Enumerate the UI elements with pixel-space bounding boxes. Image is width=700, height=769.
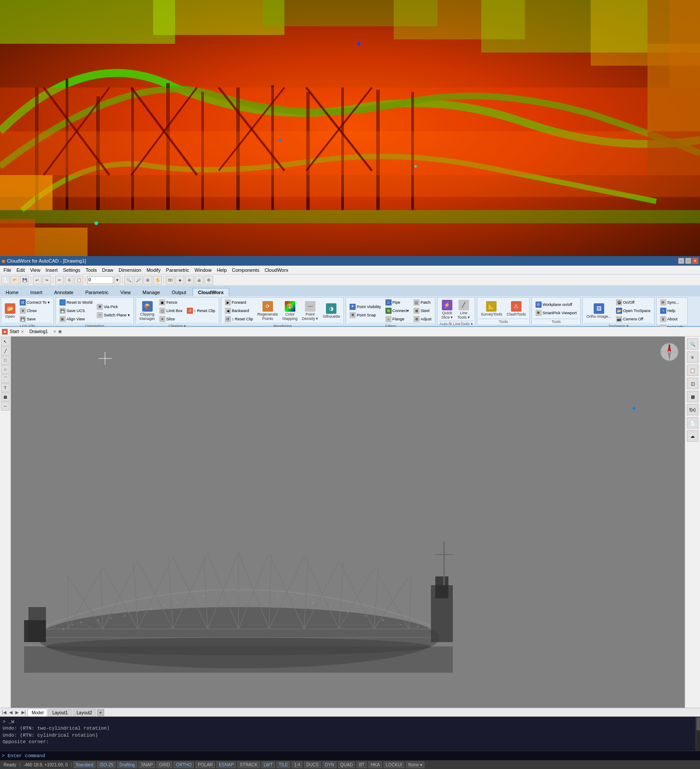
btn-open-truspace[interactable]: 📂 Open TruSpace [614,307,652,315]
btn-workplane[interactable]: ⊟ Workplane on/off [534,301,578,309]
tab-nav-next[interactable]: ▶ [14,709,20,715]
btn-backward[interactable]: ◀ Backward [223,307,255,315]
btn-sync[interactable]: ⟳ Sync... [658,298,686,306]
status-strack[interactable]: STRACK [238,762,260,768]
status-none[interactable]: None ▾ [406,762,424,768]
ribbon-tab-cloudworx[interactable]: CloudWorx [192,288,229,296]
btn-save-ucs[interactable]: 💾 Save UCS [58,307,94,315]
tab-layout2[interactable]: Layout2 [73,709,96,716]
btn-color-map[interactable]: 🎨 ColorMapping [280,300,299,322]
right-btn-2[interactable]: ≡ [687,351,698,363]
menu-edit[interactable]: Edit [14,267,28,274]
tb-layer[interactable]: ▼ [114,276,120,284]
btn-reset-clip[interactable]: ↺ ↕ Reset Clip [185,307,217,315]
drawing-close[interactable]: ✕ [53,329,56,334]
standard-btn[interactable]: ■ [2,329,8,335]
btn-smartpick[interactable]: ⊕ SmartPick Viewport [534,309,578,317]
tb-print[interactable]: 🖨 [195,276,203,284]
restore-button[interactable]: □ [685,258,691,264]
status-lwt[interactable]: LWT [262,762,275,768]
layer-input[interactable] [87,276,113,284]
tab-nav-last[interactable]: ▶| [21,709,27,715]
ribbon-tab-annotate[interactable]: Annotate [49,288,79,296]
drawing-add[interactable]: ⊕ [58,329,62,334]
cmd-scrollbar[interactable] [696,717,700,751]
drawing-viewport[interactable]: N ✦ [11,337,685,708]
btn-pt-snap[interactable]: ⊕ Point Snap [348,311,382,319]
status-iso[interactable]: ISO-25 [97,762,116,768]
tb-save[interactable]: 💾 [20,276,29,284]
btn-open-lgs[interactable]: 📂 Open [3,302,17,320]
status-ortho[interactable]: ORTHO [174,762,194,768]
status-polar[interactable]: POLAR [196,762,215,768]
status-ducs[interactable]: DUCS [304,762,321,768]
btn-ortho-image[interactable]: 🖼 Ortho Image... [584,302,613,320]
tool-arc[interactable]: ⌒ [1,374,10,383]
menu-draw[interactable]: Draw [99,267,116,274]
menu-window[interactable]: Window [192,267,214,274]
tool-text[interactable]: T [1,383,10,392]
menu-parametric[interactable]: Parametric [163,267,192,274]
btn-clash-tools[interactable]: ⚠ ClashTools [505,300,528,318]
btn-via-pick[interactable]: ⊕ Via Pick [95,303,132,311]
status-lockui[interactable]: LOCKUI [384,762,404,768]
btn-clipping-mgr[interactable]: 📦 ClippingManager [138,300,157,322]
btn-steel[interactable]: ⊞ Steel [412,307,433,315]
btn-quick-slice[interactable]: ⚡ QuickSlice ▾ [439,298,455,321]
btn-switch-plane[interactable]: ↔ Switch Plane ▾ [95,311,132,319]
tb-new[interactable]: 📄 [1,276,10,284]
tool-rect[interactable]: □ [1,356,10,365]
btn-patch[interactable]: ◫ Patch [412,298,433,306]
btn-connect[interactable]: ⛓ Connect To ▾ [18,298,52,306]
menu-insert[interactable]: Insert [43,267,60,274]
minimize-button[interactable]: ─ [678,258,684,264]
tb-open[interactable]: 📂 [10,276,19,284]
command-input[interactable] [45,753,698,758]
tb-render[interactable]: ◈ [175,276,184,284]
close-x[interactable]: ✕ [21,329,24,334]
tb-zoom-in[interactable]: 🔍 [124,276,133,284]
right-btn-3[interactable]: 📋 [687,365,698,376]
right-btn-6[interactable]: f(x) [687,404,698,415]
right-btn-7[interactable]: 📄 [687,417,698,428]
tb-3d[interactable]: 3D [166,276,175,284]
right-btn-4[interactable]: ◫ [687,378,698,389]
menu-cloudworx[interactable]: CloudWorx [262,267,291,274]
btn-reset-clip2[interactable]: ↺ ↕ Reset Clip [223,315,255,323]
ribbon-tab-home[interactable]: Home [0,288,24,296]
tb-pan[interactable]: ✋ [153,276,162,284]
cmd-scroll-thumb[interactable] [696,717,700,730]
btn-flange[interactable]: ○ Flange [384,315,411,323]
btn-help[interactable]: ? Help [658,307,686,315]
menu-dimension[interactable]: Dimension [116,267,144,274]
tb-undo[interactable]: ↩ [33,276,42,284]
tb-obj-snap[interactable]: ⊕ [185,276,194,284]
btn-pipe[interactable]: ⊃ Pipe [384,298,411,306]
btn-align-view[interactable]: ⊞ Align View [58,315,94,323]
tb-paste[interactable]: 📋 [74,276,83,284]
tb-properties[interactable]: ⚙ [204,276,213,284]
tab-layout1[interactable]: Layout1 [48,709,72,716]
btn-close-lgs[interactable]: ✕ Close [18,307,52,315]
right-btn-1[interactable]: 🔍 [687,338,698,350]
ribbon-tab-insert[interactable]: Insert [24,288,48,296]
menu-components[interactable]: Components [229,267,262,274]
menu-help[interactable]: Help [214,267,230,274]
btn-forward[interactable]: ▶ Forward [223,298,255,306]
tab-add[interactable]: + [97,709,104,716]
tb-zoom-out[interactable]: 🔎 [134,276,143,284]
btn-onoff[interactable]: ⏻ On/Off [614,298,652,306]
tool-hatch[interactable]: ▦ [1,393,10,401]
btn-camera-off[interactable]: 📷 Camera Off [614,315,652,323]
btn-connect[interactable]: ⛓ Connect▾ [384,307,411,315]
status-tile[interactable]: TILE [276,762,290,768]
btn-adjust[interactable]: ⚙ Adjust [412,315,433,323]
btn-line-tools[interactable]: ╱ LineTools ▾ [455,298,472,321]
ribbon-tab-output[interactable]: Output [166,288,192,296]
menu-tools[interactable]: Tools [83,267,100,274]
tool-line[interactable]: ╱ [1,347,10,355]
tb-cut[interactable]: ✂ [55,276,64,284]
right-btn-8[interactable]: ☁ [687,430,698,442]
menu-view[interactable]: View [28,267,43,274]
menu-modify[interactable]: Modify [144,267,163,274]
